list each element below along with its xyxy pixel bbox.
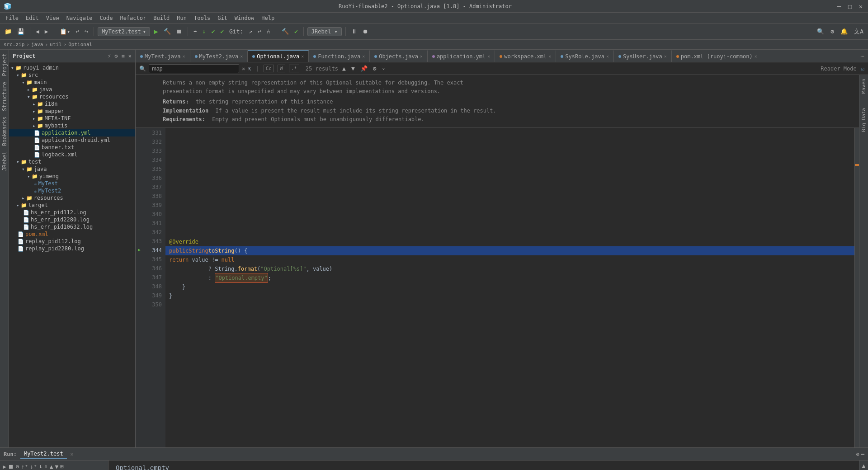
tree-item-mytest[interactable]: ☕ MyTest <box>9 180 135 187</box>
tab-sysuser-java[interactable]: SysUser.java ✕ <box>614 50 672 62</box>
whole-word-button[interactable]: W <box>278 65 285 72</box>
search-filter-button[interactable]: ▿ <box>381 64 387 73</box>
close-tab-objects[interactable]: ✕ <box>420 54 423 59</box>
run-config-selector[interactable]: MyTest2.test ▾ <box>98 27 150 36</box>
run-settings-icon[interactable]: ⚙ <box>856 451 859 457</box>
tab-mytest-java[interactable]: MyTest.java ✕ <box>136 50 190 62</box>
build-button[interactable]: 🔨 <box>162 27 173 36</box>
breadcrumb-srczip[interactable]: src.zip <box>4 42 24 47</box>
search-pin-button[interactable]: 📌 <box>359 64 369 73</box>
test-stop-button[interactable]: ⏹ <box>8 463 14 470</box>
maven-icon[interactable]: Maven <box>860 77 868 95</box>
tab-optional-java[interactable]: Optional.java ✕ <box>248 50 309 62</box>
menu-window[interactable]: Window <box>231 14 258 22</box>
close-tab-sysuser[interactable]: ✕ <box>664 54 667 59</box>
tab-sysrole-java[interactable]: SysRole.java ✕ <box>556 50 614 62</box>
tree-item-resources[interactable]: ▾ 📁 resources <box>9 93 135 100</box>
menu-file[interactable]: File <box>2 14 22 22</box>
tree-item-replay-2[interactable]: 📄 replay_pid2280.log <box>9 245 135 252</box>
sync-icon[interactable]: ⚡ <box>108 53 111 59</box>
tree-item-mapper[interactable]: ▸ 📁 mapper <box>9 108 135 115</box>
tab-objects-java[interactable]: Objects.java ✕ <box>370 50 428 62</box>
tree-item-hs-err-1[interactable]: 📄 hs_err_pid112.log <box>9 209 135 216</box>
tree-item-hs-err-3[interactable]: 📄 hs_err_pid10632.log <box>9 223 135 230</box>
tree-item-application-druid[interactable]: 📄 application-druid.yml <box>9 136 135 144</box>
menu-run[interactable]: Run <box>173 14 190 22</box>
git-branch-button[interactable]: ⑃ <box>265 27 272 36</box>
maximize-button[interactable]: □ <box>846 3 854 10</box>
reader-mode-label[interactable]: Reader Mode <box>821 66 856 72</box>
tree-item-mybatis[interactable]: ▸ 📁 mybatis <box>9 122 135 129</box>
git-rollback-button[interactable]: ↩ <box>256 27 263 36</box>
search-prev-button[interactable]: ▲ <box>341 64 347 73</box>
minimize-panel-icon[interactable]: ━ <box>861 451 864 457</box>
tree-item-target[interactable]: ▾ 📁 target <box>9 202 135 209</box>
tree-item-test-resources[interactable]: ▸ 📁 resources <box>9 194 135 202</box>
tree-item-ruoyi-admin[interactable]: ▾ 📁 ruoyi-admin <box>9 64 135 71</box>
menu-edit[interactable]: Edit <box>22 14 42 22</box>
code-content[interactable]: @Override public String toString() { ret… <box>165 128 854 447</box>
search-expand-button[interactable]: ⇱ <box>248 66 251 72</box>
sidebar-jrebel-icon[interactable]: JRebel <box>0 150 9 173</box>
close-tab-mytest2[interactable]: ✕ <box>240 54 243 59</box>
case-sensitive-button[interactable]: Cc <box>264 65 274 72</box>
pause-button[interactable]: ⏸ <box>349 27 359 36</box>
back-button[interactable]: ◀ <box>34 27 41 36</box>
search-everywhere-icon[interactable]: 🔍 <box>815 27 826 36</box>
breadcrumb-util[interactable]: util <box>50 42 62 47</box>
record-button[interactable]: ⏺ <box>361 27 370 36</box>
git-history-button[interactable]: ↗ <box>247 27 254 36</box>
gutter-344-run[interactable]: ▶ <box>136 245 143 254</box>
notifications-button[interactable]: 🔔 <box>839 27 849 36</box>
breadcrumb-optional[interactable]: Optional <box>68 42 92 47</box>
menu-git[interactable]: Git <box>214 14 231 22</box>
git-update-button[interactable]: ↓ <box>201 27 208 36</box>
menu-tools[interactable]: Tools <box>190 14 214 22</box>
tab-pom-xml[interactable]: pom.xml (ruoyi-common) ✕ <box>672 50 762 62</box>
breadcrumb-java[interactable]: java <box>31 42 43 47</box>
tree-item-mytest2[interactable]: ☕ MyTest2 <box>9 187 135 194</box>
minimize-button[interactable]: ─ <box>835 3 843 10</box>
tree-item-replay-1[interactable]: 📄 replay_pid112.log <box>9 238 135 245</box>
reader-mode-toggle[interactable]: ☑ <box>861 66 864 72</box>
menu-code[interactable]: Code <box>96 14 117 22</box>
collapse-icon[interactable]: ≡ <box>122 53 125 59</box>
tree-item-yimeng[interactable]: ▾ 📁 yimeng <box>9 173 135 180</box>
test-export-button[interactable]: ⬆ <box>44 463 48 470</box>
stop-button[interactable]: ⏹ <box>175 27 184 36</box>
close-tab-sysrole[interactable]: ✕ <box>606 54 609 59</box>
tree-item-logback-xml[interactable]: 📄 logback.xml <box>9 151 135 158</box>
close-run-tab[interactable]: ✕ <box>71 451 74 457</box>
menu-view[interactable]: View <box>42 14 63 22</box>
search-input[interactable] <box>149 64 239 73</box>
tab-function-java[interactable]: Function.java ✕ <box>309 50 370 62</box>
settings-button[interactable]: ⚙ <box>829 27 836 36</box>
build-icon[interactable]: 🔨 <box>280 27 291 36</box>
test-rerun-button[interactable]: ▶ <box>3 463 6 470</box>
close-tab-function[interactable]: ✕ <box>362 54 365 59</box>
close-tab-yml[interactable]: ✕ <box>487 54 490 59</box>
tree-item-main[interactable]: ▾ 📁 main <box>9 79 135 86</box>
search-close-button[interactable]: ✕ <box>242 66 245 72</box>
test-sort-desc-button[interactable]: ↓⁺ <box>30 463 37 470</box>
regex-button[interactable]: .* <box>289 65 299 72</box>
close-button[interactable]: ✕ <box>857 3 864 10</box>
tree-item-hs-err-2[interactable]: 📄 hs_err_pid2280.log <box>9 216 135 223</box>
translate-icon[interactable]: 文A <box>852 27 865 37</box>
run-button[interactable]: ▶ <box>152 26 160 37</box>
close-tab-optional[interactable]: ✕ <box>301 54 304 59</box>
test-up-button[interactable]: ▲ <box>50 463 53 470</box>
tree-item-src[interactable]: ▾ 📁 src <box>9 71 135 79</box>
search-next-button[interactable]: ▼ <box>350 64 356 73</box>
tree-item-test[interactable]: ▾ 📁 test <box>9 158 135 165</box>
save-button[interactable]: 💾 <box>15 27 26 36</box>
coverage-button[interactable]: ☂ <box>192 27 199 36</box>
tab-workspace-xml[interactable]: workspace.xml ✕ <box>495 50 556 62</box>
minimap[interactable] <box>854 128 859 447</box>
test-filter-button[interactable]: ⊖ <box>16 463 19 470</box>
tab-application-yml[interactable]: application.yml ✕ <box>428 50 495 62</box>
tree-item-i18n[interactable]: ▸ 📁 i18n <box>9 100 135 108</box>
tree-item-banner-txt[interactable]: 📄 banner.txt <box>9 144 135 151</box>
test-import-button[interactable]: ⬇ <box>39 463 42 470</box>
sidebar-project-icon[interactable]: Project <box>0 52 9 78</box>
